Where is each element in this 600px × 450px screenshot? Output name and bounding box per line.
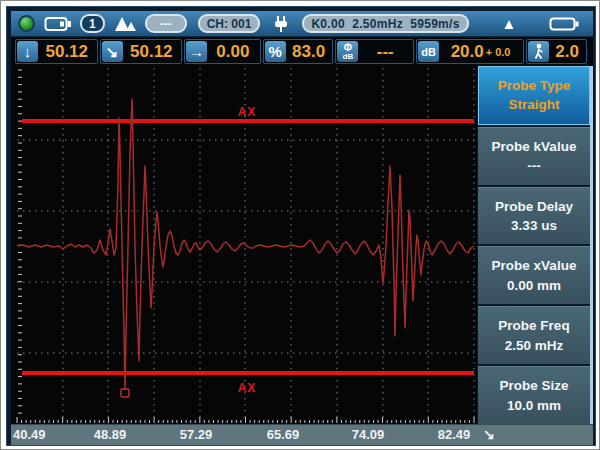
probe-icon (114, 15, 138, 32)
gain-db-icon: dB (418, 41, 439, 62)
walker-icon (528, 41, 549, 62)
readout-value: 2.0 (549, 42, 585, 62)
alarm-triangle-icon: ▲ (501, 16, 516, 31)
x-axis-label: 48.89 (94, 427, 127, 442)
x-axis-label: 65.69 (267, 427, 300, 442)
menu-item-label: Probe kValue (492, 137, 577, 157)
battery-icon (549, 17, 579, 31)
menu-item-label: Probe Freq (498, 316, 569, 336)
equivalent-phi-db-icon: Φ dB (337, 41, 358, 62)
menu-item-label: Probe Delay (495, 197, 573, 217)
soundpath-arrow-diagonal-icon: ↘ (102, 41, 123, 62)
readout-value: 83.0 (286, 42, 332, 62)
velocity-info-pill: K0.00 2.50mHz 5959m/s (302, 14, 468, 33)
svg-text:AX: AX (238, 105, 257, 119)
menu-item-probe-freq[interactable]: Probe Freq 2.50 mHz (478, 306, 590, 364)
a-scan-plot: AXAX (11, 66, 477, 424)
readout-value: 50.12 (123, 42, 181, 62)
screen-frame: 1 --- CH: 001 K0.00 2.50mHz 5959m/s ▲ (6, 6, 596, 446)
readout-equivalent: Φ dB --- (335, 39, 414, 64)
x-axis-label: 82.49 (438, 427, 471, 442)
menu-item-probe-size[interactable]: Probe Size 10.0 mm (478, 366, 590, 424)
menu-item-probe-xvalue[interactable]: Probe xValue 0.00 mm (478, 246, 590, 304)
plug-icon (271, 15, 291, 33)
probe-menu: Probe Type Straight Probe kValue --- Pro… (478, 66, 590, 424)
menu-edge-highlight (590, 66, 593, 445)
channel-pill: CH: 001 (198, 14, 261, 33)
x-axis-label: 40.49 (13, 427, 46, 442)
readout-gain: dB 20.0+ 0.0 (416, 39, 524, 64)
group-number-pill: 1 (80, 14, 105, 33)
readout-value: 0.00 (207, 42, 259, 62)
x-axis-bar: 40.49 48.89 57.29 65.69 74.09 82.49 ↘ (11, 424, 593, 445)
readout-value: 20.0+ 0.0 (439, 42, 522, 62)
mode-pill: --- (145, 14, 187, 33)
menu-item-label: Probe Type (498, 76, 571, 96)
amplitude-percent-icon: % (265, 41, 286, 62)
readout-projection: → 0.00 (184, 39, 261, 64)
readout-value: 50.12 (38, 42, 96, 62)
menu-item-probe-type[interactable]: Probe Type Straight (478, 66, 590, 125)
menu-item-value: --- (527, 156, 541, 176)
power-led (18, 15, 35, 32)
projection-arrow-right-icon: → (186, 41, 207, 62)
next-page-arrow-icon[interactable]: ↘ (483, 426, 495, 442)
readout-soundpath: ↘ 50.12 (100, 39, 183, 64)
menu-item-value: 3.33 us (511, 216, 557, 236)
menu-item-probe-delay[interactable]: Probe Delay 3.33 us (478, 187, 590, 245)
top-status-bar: 1 --- CH: 001 K0.00 2.50mHz 5959m/s ▲ (11, 11, 593, 37)
menu-item-value: 0.00 mm (507, 276, 561, 296)
readout-value: --- (358, 42, 412, 62)
menu-item-label: Probe xValue (492, 256, 577, 276)
device-screen: 1 --- CH: 001 K0.00 2.50mHz 5959m/s ▲ (0, 0, 600, 450)
measurement-readout-bar: ↓ 50.12 ↘ 50.12 → 0.00 % 83.0 Φ dB --- (11, 37, 593, 66)
menu-item-value: Straight (508, 95, 559, 115)
readout-step: 2.0 (526, 39, 587, 64)
x-axis-label: 57.29 (180, 427, 213, 442)
a-scan-waveform: AXAX (11, 66, 477, 424)
menu-item-label: Probe Size (499, 376, 568, 396)
menu-item-value: 2.50 mHz (505, 336, 564, 356)
usb-connector-icon (44, 16, 72, 32)
readout-amplitude: % 83.0 (263, 39, 334, 64)
depth-arrow-down-icon: ↓ (17, 41, 38, 62)
menu-item-value: 10.0 mm (507, 396, 561, 416)
svg-text:AX: AX (238, 381, 257, 395)
x-axis-label: 74.09 (352, 427, 385, 442)
menu-item-probe-kvalue[interactable]: Probe kValue --- (478, 127, 590, 185)
readout-depth: ↓ 50.12 (15, 39, 98, 64)
